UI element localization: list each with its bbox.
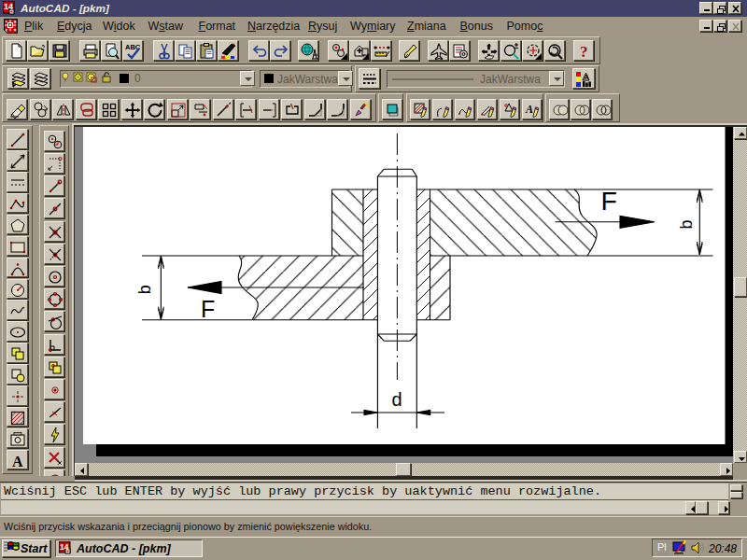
svg-text:d: d xyxy=(392,389,402,410)
svg-text:A: A xyxy=(585,74,589,80)
svg-text:14: 14 xyxy=(60,542,69,552)
svg-text:b: b xyxy=(135,285,154,294)
svg-text:A: A xyxy=(12,454,23,469)
svg-text:Start: Start xyxy=(21,542,48,555)
svg-text:14: 14 xyxy=(4,2,13,11)
svg-text:?: ? xyxy=(580,43,588,61)
svg-text:b: b xyxy=(677,219,696,229)
svg-text:F: F xyxy=(201,296,215,322)
svg-text:0: 0 xyxy=(134,72,141,85)
svg-text:F: F xyxy=(601,186,617,216)
svg-text:A: A xyxy=(525,103,533,116)
